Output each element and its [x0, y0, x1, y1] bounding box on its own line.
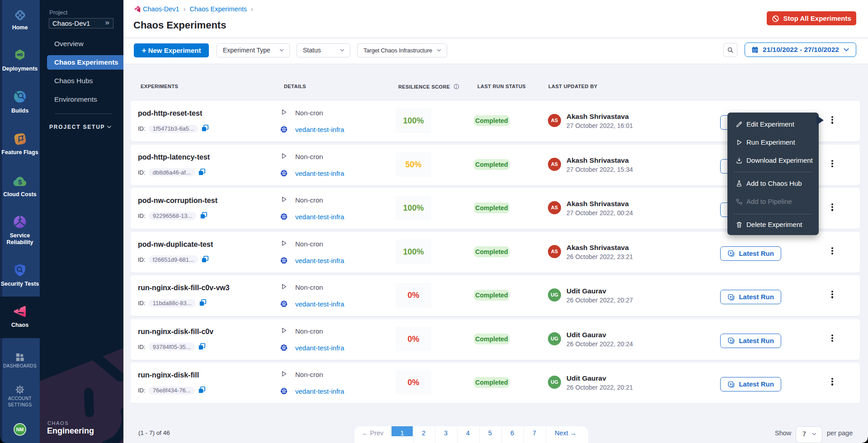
svg-text:$: $	[18, 178, 22, 186]
